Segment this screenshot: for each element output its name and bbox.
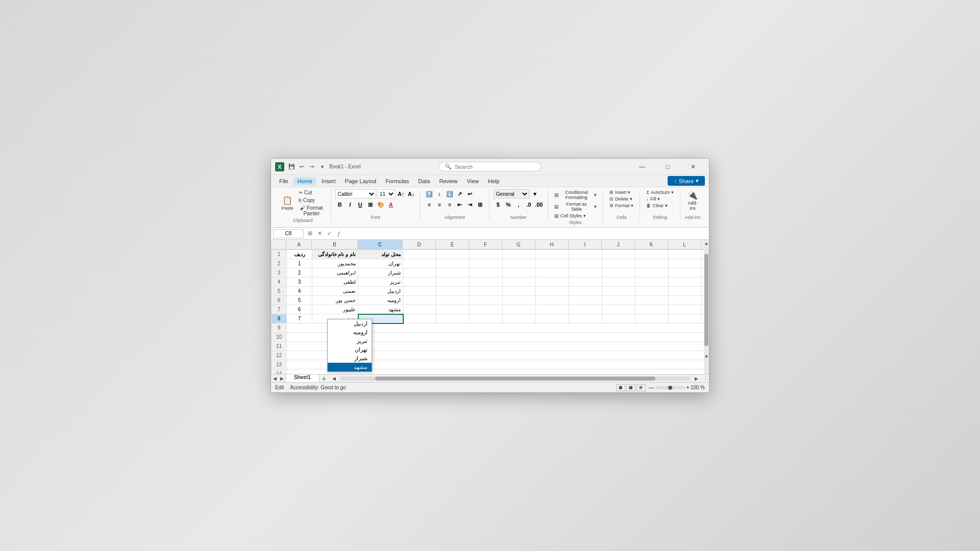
undo-btn[interactable]: ↩: [298, 163, 306, 171]
menu-home[interactable]: Home: [293, 177, 316, 185]
cell-e1[interactable]: [436, 250, 470, 259]
menu-file[interactable]: File: [275, 177, 292, 185]
col-header-a[interactable]: A: [286, 240, 312, 249]
col-header-f[interactable]: F: [469, 240, 502, 249]
cell-m4[interactable]: [702, 278, 704, 287]
border-button[interactable]: ⊞: [366, 200, 375, 209]
font-name-select[interactable]: Calibri: [335, 189, 376, 198]
cell-e8[interactable]: [436, 314, 470, 323]
cell-j4[interactable]: [602, 278, 635, 287]
cell-f2[interactable]: [470, 259, 503, 268]
cell-i5[interactable]: [569, 287, 602, 296]
cell-k6[interactable]: [635, 296, 669, 305]
dropdown-item-urmia[interactable]: ارومیه: [328, 328, 372, 337]
cell-h2[interactable]: [536, 259, 569, 268]
decrease-decimal-button[interactable]: .0: [524, 200, 533, 209]
cell-l7[interactable]: [669, 305, 702, 314]
cell-k3[interactable]: [635, 268, 669, 278]
dropdown-item-ardabil[interactable]: اردبیل: [328, 319, 372, 328]
save-quick-btn[interactable]: 💾: [287, 163, 296, 171]
align-center-button[interactable]: ≡: [435, 200, 444, 209]
row-num-2[interactable]: 2: [272, 259, 287, 268]
cell-m3[interactable]: [702, 268, 704, 278]
expand-formula-button[interactable]: ⊞: [306, 230, 314, 238]
cell-j7[interactable]: [602, 305, 635, 314]
cell-c2[interactable]: تهران: [358, 259, 403, 268]
cell-j2[interactable]: [602, 259, 635, 268]
italic-button[interactable]: I: [346, 200, 355, 209]
cell-i7[interactable]: [569, 305, 602, 314]
cell-l1[interactable]: [669, 250, 702, 259]
comma-button[interactable]: ,: [514, 200, 523, 209]
insert-function-button[interactable]: ƒ: [335, 230, 343, 238]
normal-view-button[interactable]: ▦: [616, 384, 625, 391]
row-num-7[interactable]: 7: [272, 305, 287, 314]
cell-h7[interactable]: [536, 305, 569, 314]
menu-review[interactable]: Review: [435, 177, 461, 185]
cell-j3[interactable]: [602, 268, 635, 278]
cell-c7[interactable]: مشهد: [358, 305, 403, 314]
zoom-in-button[interactable]: +: [687, 385, 690, 390]
row-num-13[interactable]: 13: [272, 360, 287, 369]
cell-f6[interactable]: [470, 296, 503, 305]
grow-font-button[interactable]: A↑: [397, 189, 406, 198]
scroll-up-button[interactable]: ▲: [704, 240, 709, 247]
scroll-left-tabs-button[interactable]: ◀: [271, 375, 278, 382]
cell-h5[interactable]: [536, 287, 569, 296]
row-num-3[interactable]: 3: [272, 268, 287, 278]
font-size-select[interactable]: 11: [377, 189, 396, 198]
cell-d8[interactable]: [403, 314, 436, 323]
cell-d2[interactable]: [403, 259, 436, 268]
zoom-slider-track[interactable]: [655, 386, 685, 389]
col-header-m[interactable]: M: [701, 240, 704, 249]
cell-a4[interactable]: 3: [287, 278, 312, 287]
addins-button[interactable]: 🔌 Add-ins: [684, 189, 701, 212]
cell-b6[interactable]: حسن پور: [312, 296, 358, 305]
cell-m7[interactable]: [702, 305, 704, 314]
cell-styles-button[interactable]: ▤ Cell Styles ▾: [552, 213, 599, 219]
row-num-12[interactable]: 12: [272, 351, 287, 360]
sheet-tab-sheet1[interactable]: Sheet1: [285, 374, 320, 383]
cell-l2[interactable]: [669, 259, 702, 268]
cell-l6[interactable]: [669, 296, 702, 305]
cell-e3[interactable]: [436, 268, 470, 278]
row-num-6[interactable]: 6: [272, 296, 287, 305]
cell-a2[interactable]: 1: [287, 259, 312, 268]
cell-h6[interactable]: [536, 296, 569, 305]
orientation-button[interactable]: ↗: [455, 189, 464, 198]
cell-b5[interactable]: نعمتی: [312, 287, 358, 296]
menu-help[interactable]: Help: [484, 177, 504, 185]
cell-a5[interactable]: 4: [287, 287, 312, 296]
cell-a8[interactable]: 7: [287, 314, 312, 323]
align-middle-button[interactable]: ↕: [435, 189, 444, 198]
cell-l5[interactable]: [669, 287, 702, 296]
cell-d1[interactable]: [403, 250, 436, 259]
cell-f4[interactable]: [470, 278, 503, 287]
clear-button[interactable]: 🗑 Clear ▾: [644, 203, 676, 209]
col-header-d[interactable]: D: [403, 240, 436, 249]
menu-insert[interactable]: Insert: [317, 177, 340, 185]
cell-k7[interactable]: [635, 305, 669, 314]
row-num-14[interactable]: 14: [272, 369, 287, 374]
cell-b1[interactable]: نام و نام خانوادگی: [312, 250, 358, 259]
maximize-btn[interactable]: □: [656, 159, 679, 175]
cell-c3[interactable]: شیراز: [358, 268, 403, 278]
currency-button[interactable]: $: [494, 200, 503, 209]
cell-a7[interactable]: 6: [287, 305, 312, 314]
cell-e2[interactable]: [436, 259, 470, 268]
scroll-thumb-vertical[interactable]: [704, 254, 708, 346]
cell-d5[interactable]: [403, 287, 436, 296]
decrease-indent-button[interactable]: ⇤: [455, 200, 464, 209]
cell-g1[interactable]: [503, 250, 536, 259]
cell-c5[interactable]: اردبیل: [358, 287, 403, 296]
format-as-table-button[interactable]: ▤ Format as Table ▾: [552, 201, 599, 212]
cell-e6[interactable]: [436, 296, 470, 305]
col-header-h[interactable]: H: [535, 240, 569, 249]
delete-cells-button[interactable]: ⊟ Delete ▾: [607, 196, 636, 202]
page-break-view-button[interactable]: ⊞: [636, 384, 646, 391]
cell-h1[interactable]: [536, 250, 569, 259]
fill-color-button[interactable]: 🎨: [376, 200, 385, 209]
percent-button[interactable]: %: [504, 200, 513, 209]
zoom-out-button[interactable]: —: [649, 385, 654, 390]
menu-formulas[interactable]: Formulas: [381, 177, 413, 185]
